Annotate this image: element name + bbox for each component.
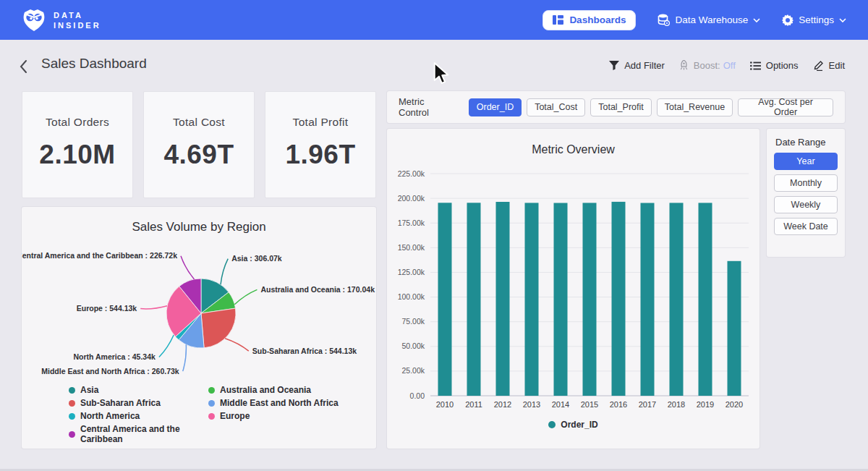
chevron-left-icon xyxy=(19,59,27,74)
pie-chart-panel: Sales Volume by Region Asia : 306.07kAus… xyxy=(22,207,376,449)
pie-label-line xyxy=(183,344,187,371)
metric-chip-avg-cost-per-order[interactable]: Avg. Cost per Order xyxy=(738,98,833,116)
metric-control-label: Metric Control xyxy=(399,96,457,118)
legend-dot xyxy=(69,431,75,438)
x-tick-label: 2016 xyxy=(610,400,627,409)
legend-label: Australia and Oceania xyxy=(220,385,311,395)
x-tick-label: 2012 xyxy=(494,400,511,409)
bar-2013[interactable] xyxy=(525,203,539,396)
legend-label: Middle East and North Africa xyxy=(220,398,339,408)
nav-data-warehouse[interactable]: Data Warehouse xyxy=(658,14,760,26)
legend-dot xyxy=(69,413,75,420)
legend-item-middle-east-and-north-africa[interactable]: Middle East and North Africa xyxy=(208,398,348,408)
pie-legend-column: Australia and OceaniaMiddle East and Nor… xyxy=(208,385,348,444)
add-filter-button[interactable]: Add Filter xyxy=(609,60,665,71)
nav-settings-label: Settings xyxy=(799,14,834,25)
bar-2020[interactable] xyxy=(728,261,741,396)
header-actions: Add Filter Boost: Off Options xyxy=(609,60,845,71)
bar-2011[interactable] xyxy=(467,203,481,396)
app-window: DATA INSIDER Dashboards xyxy=(0,0,868,471)
list-icon xyxy=(750,61,761,70)
nav-dashboards-button[interactable]: Dashboards xyxy=(542,10,636,30)
database-icon xyxy=(658,14,670,26)
legend-item-sub-saharan-africa[interactable]: Sub-Saharan Africa xyxy=(69,398,208,408)
x-tick-label: 2013 xyxy=(523,400,540,409)
x-tick-label: 2020 xyxy=(726,400,743,409)
nav-settings[interactable]: Settings xyxy=(782,14,846,26)
nav-data-warehouse-label: Data Warehouse xyxy=(675,14,748,25)
bar-2017[interactable] xyxy=(641,203,655,396)
bar-2018[interactable] xyxy=(670,203,684,396)
kpi-card-total-cost: Total Cost4.69T xyxy=(143,91,255,198)
legend-item-order-id[interactable]: Order_ID xyxy=(548,420,597,430)
owl-logo-icon xyxy=(22,7,46,33)
pie-label-line xyxy=(221,259,228,285)
bar-2012[interactable] xyxy=(496,202,510,396)
x-tick-label: 2015 xyxy=(581,400,598,409)
pie-label-middle-east-and-north-africa: Middle East and North Africa : 260.73k xyxy=(41,367,179,375)
pie-label-north-america: North America : 45.34k xyxy=(73,352,156,361)
edit-button[interactable]: Edit xyxy=(813,60,845,71)
edit-label: Edit xyxy=(829,60,845,71)
kpi-card-total-orders: Total Orders2.10M xyxy=(22,91,133,198)
kpi-label: Total Profit xyxy=(265,116,375,129)
y-tick-label: 100.00k xyxy=(398,292,425,301)
chevron-down-icon xyxy=(753,18,760,22)
y-tick-label: 50.00k xyxy=(401,341,425,350)
date-range-label: Date Range xyxy=(775,137,825,148)
legend-label: Asia xyxy=(80,385,98,395)
legend-item-north-america[interactable]: North America xyxy=(69,411,208,421)
y-tick-label: 150.00k xyxy=(398,243,425,252)
date-range-week-date[interactable]: Week Date xyxy=(774,218,838,235)
legend-item-central-america-and-the-caribbean[interactable]: Central America and the Caribbean xyxy=(69,424,208,444)
legend-label: Central America and the Caribbean xyxy=(80,424,208,444)
chevron-down-icon xyxy=(839,18,846,22)
date-range-year[interactable]: Year xyxy=(774,153,838,170)
page-title: Sales Dashboard xyxy=(41,56,147,72)
metric-chip-total-revenue[interactable]: Total_Revenue xyxy=(657,98,733,116)
bar-2014[interactable] xyxy=(554,203,568,396)
options-button[interactable]: Options xyxy=(750,60,799,71)
bar-chart-panel: Metric Overview 0.0025.00k50.00k75.00k10… xyxy=(387,129,760,449)
pie-label-europe: Europe : 544.13k xyxy=(77,304,137,313)
legend-label: Sub-Saharan Africa xyxy=(80,398,161,408)
y-tick-label: 75.00k xyxy=(401,317,425,326)
legend-dot xyxy=(208,413,215,420)
date-range-monthly[interactable]: Monthly xyxy=(774,174,838,192)
brand[interactable]: DATA INSIDER xyxy=(22,7,101,33)
legend-item-asia[interactable]: Asia xyxy=(69,385,208,395)
metric-chip-total-cost[interactable]: Total_Cost xyxy=(527,98,585,116)
y-tick-label: 0.00 xyxy=(410,391,425,400)
kpi-value: 4.69T xyxy=(144,140,254,170)
brand-line1: DATA xyxy=(54,10,101,20)
bar-2010[interactable] xyxy=(438,203,452,396)
pie-label-central-america-and-the-caribbean: Central America and the Caribbean : 226.… xyxy=(22,251,177,260)
bar-2016[interactable] xyxy=(612,202,626,396)
legend-item-europe[interactable]: Europe xyxy=(208,411,348,421)
pie-label-asia: Asia : 306.07k xyxy=(231,254,282,263)
pie-slice-sub-saharan-africa[interactable] xyxy=(201,308,236,348)
back-button[interactable] xyxy=(19,59,27,76)
y-tick-label: 175.00k xyxy=(398,218,425,227)
x-tick-label: 2018 xyxy=(668,400,685,409)
gear-icon xyxy=(782,14,793,26)
metric-chip-order-id[interactable]: Order_ID xyxy=(469,98,522,116)
boost-value: Off xyxy=(723,60,736,71)
top-nav: DATA INSIDER Dashboards xyxy=(0,0,868,40)
y-tick-label: 200.00k xyxy=(398,194,425,203)
legend-dot xyxy=(208,387,215,394)
boost-toggle[interactable]: Boost: Off xyxy=(679,60,736,71)
pie-label-line xyxy=(181,256,195,279)
bar-2019[interactable] xyxy=(699,203,712,396)
legend-dot xyxy=(548,421,556,428)
kpi-row: Total Orders2.10MTotal Cost4.69TTotal Pr… xyxy=(22,91,376,198)
metric-chip-total-profit[interactable]: Total_Profit xyxy=(590,98,652,116)
kpi-card-total-profit: Total Profit1.96T xyxy=(265,91,376,198)
legend-item-australia-and-oceania[interactable]: Australia and Oceania xyxy=(208,385,348,395)
top-nav-menu: Dashboards Data Warehouse xyxy=(542,10,846,30)
bar-chart: 0.0025.00k50.00k75.00k100.00k125.00k150.… xyxy=(387,129,760,449)
bar-2015[interactable] xyxy=(583,203,597,396)
date-range-weekly[interactable]: Weekly xyxy=(774,196,838,213)
date-range-panel: Date Range YearMonthlyWeeklyWeek Date xyxy=(767,129,845,257)
pie-label-line xyxy=(225,339,249,351)
